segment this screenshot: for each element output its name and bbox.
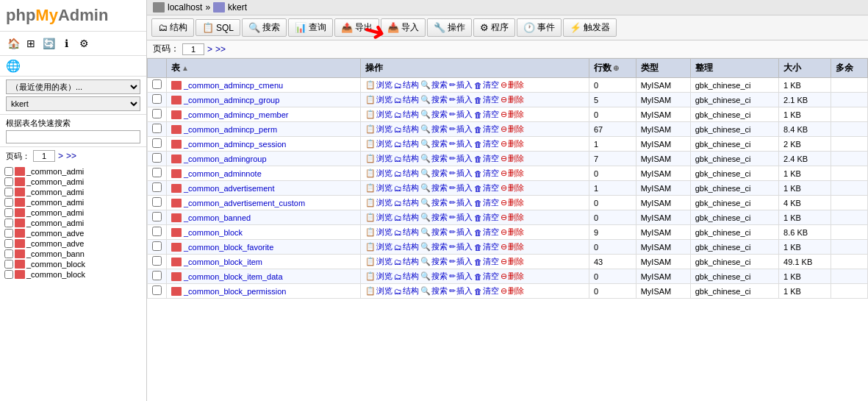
structure-link[interactable]: 🗂结构 <box>394 241 419 252</box>
structure-link[interactable]: 🗂结构 <box>394 153 419 164</box>
browse-link[interactable]: 📋浏览 <box>365 124 392 135</box>
insert-link[interactable]: ✏插入 <box>449 285 473 297</box>
row-checkbox[interactable] <box>152 94 162 104</box>
table-name-link[interactable]: _common_advertisement <box>184 184 275 193</box>
search-link[interactable]: 🔍搜索 <box>420 241 448 252</box>
sidebar-table-checkbox[interactable] <box>4 167 13 176</box>
delete-link[interactable]: ⊖删除 <box>501 153 524 164</box>
sidebar-page-input[interactable] <box>33 150 55 162</box>
structure-link[interactable]: 🗂结构 <box>394 138 419 149</box>
structure-link[interactable]: 🗂结构 <box>394 271 419 282</box>
search-link[interactable]: 🔍搜索 <box>420 153 448 164</box>
structure-link[interactable]: 🗂结构 <box>394 79 419 91</box>
toolbar-btn-query[interactable]: 📊查询 <box>288 18 333 37</box>
delete-link[interactable]: ⊖删除 <box>501 182 524 194</box>
browse-link[interactable]: 📋浏览 <box>365 109 392 120</box>
settings-icon[interactable]: ⚙ <box>76 36 91 51</box>
search-link[interactable]: 🔍搜索 <box>420 256 448 267</box>
toolbar-btn-routine[interactable]: ⚙程序 <box>473 18 515 37</box>
structure-link[interactable]: 🗂结构 <box>394 256 419 267</box>
empty-link[interactable]: 🗑清空 <box>474 109 499 120</box>
table-name-link[interactable]: _common_admincp_group <box>184 96 279 104</box>
structure-link[interactable]: 🗂结构 <box>394 168 419 179</box>
sidebar-table-checkbox[interactable] <box>4 249 13 258</box>
main-nav-next-next[interactable]: >> <box>215 44 226 54</box>
search-link[interactable]: 🔍搜索 <box>420 227 448 238</box>
table-name-link[interactable]: _common_block_item_data <box>184 272 283 281</box>
sidebar-table-item[interactable]: _common_admi <box>0 177 146 187</box>
empty-link[interactable]: 🗑清空 <box>474 271 499 282</box>
browse-link[interactable]: 📋浏览 <box>365 168 392 179</box>
sidebar-table-checkbox[interactable] <box>4 208 13 217</box>
insert-link[interactable]: ✏插入 <box>449 124 473 135</box>
col-name[interactable]: 表 ▲ <box>167 59 361 78</box>
browse-link[interactable]: 📋浏览 <box>365 227 392 238</box>
sidebar-table-item[interactable]: _common_admi <box>0 197 146 207</box>
table-name-link[interactable]: _common_block <box>184 228 243 237</box>
delete-link[interactable]: ⊖删除 <box>501 212 524 223</box>
sidebar-table-checkbox[interactable] <box>4 198 13 207</box>
toolbar-btn-export[interactable]: 📤导出 <box>334 18 379 37</box>
empty-link[interactable]: 🗑清空 <box>474 138 499 149</box>
toolbar-btn-import[interactable]: 📥导入 <box>381 18 426 37</box>
toolbar-btn-sql[interactable]: 📋SQL <box>196 19 240 36</box>
table-name-link[interactable]: _common_admingroup <box>184 155 267 163</box>
insert-link[interactable]: ✏插入 <box>449 79 473 91</box>
sidebar-table-item[interactable]: _common_adve <box>0 228 146 238</box>
search-link[interactable]: 🔍搜索 <box>420 182 448 194</box>
grid-icon[interactable]: ⊞ <box>24 36 38 51</box>
insert-link[interactable]: ✏插入 <box>449 138 473 149</box>
delete-link[interactable]: ⊖删除 <box>501 124 524 135</box>
browse-link[interactable]: 📋浏览 <box>365 212 392 223</box>
database-select[interactable]: kkert <box>6 96 140 111</box>
empty-link[interactable]: 🗑清空 <box>474 168 499 179</box>
empty-link[interactable]: 🗑清空 <box>474 153 499 164</box>
sidebar-table-item[interactable]: _common_block <box>0 259 146 269</box>
structure-link[interactable]: 🗂结构 <box>394 109 419 120</box>
empty-link[interactable]: 🗑清空 <box>474 241 499 252</box>
main-nav-next[interactable]: > <box>207 44 212 54</box>
delete-link[interactable]: ⊖删除 <box>501 271 524 282</box>
table-name-link[interactable]: _common_adminnote <box>184 169 262 178</box>
delete-link[interactable]: ⊖删除 <box>501 138 524 149</box>
empty-link[interactable]: 🗑清空 <box>474 94 499 105</box>
sidebar-table-checkbox[interactable] <box>4 260 13 269</box>
sidebar-table-item[interactable]: _common_admi <box>0 166 146 177</box>
sidebar-table-item[interactable]: _common_admi <box>0 218 146 228</box>
sidebar-table-checkbox[interactable] <box>4 219 13 227</box>
delete-link[interactable]: ⊖删除 <box>501 168 524 179</box>
delete-link[interactable]: ⊖删除 <box>501 197 524 208</box>
browse-link[interactable]: 📋浏览 <box>365 241 392 252</box>
row-checkbox[interactable] <box>152 168 162 177</box>
empty-link[interactable]: 🗑清空 <box>474 285 499 297</box>
search-link[interactable]: 🔍搜索 <box>420 197 448 208</box>
delete-link[interactable]: ⊖删除 <box>501 241 524 252</box>
table-search-input[interactable] <box>6 130 140 143</box>
delete-link[interactable]: ⊖删除 <box>501 285 524 297</box>
table-name-link[interactable]: _common_admincp_member <box>184 110 288 119</box>
sidebar-nav-next[interactable]: > <box>58 151 63 161</box>
search-link[interactable]: 🔍搜索 <box>420 168 448 179</box>
empty-link[interactable]: 🗑清空 <box>474 182 499 194</box>
row-checkbox[interactable] <box>152 138 162 148</box>
table-name-link[interactable]: _common_banned <box>184 213 251 222</box>
toolbar-btn-search[interactable]: 🔍搜索 <box>242 18 287 37</box>
insert-link[interactable]: ✏插入 <box>449 197 473 208</box>
search-link[interactable]: 🔍搜索 <box>420 212 448 223</box>
search-link[interactable]: 🔍搜索 <box>420 124 448 135</box>
empty-link[interactable]: 🗑清空 <box>474 79 499 91</box>
sidebar-table-checkbox[interactable] <box>4 229 13 238</box>
empty-link[interactable]: 🗑清空 <box>474 197 499 208</box>
row-checkbox[interactable] <box>152 182 162 192</box>
search-link[interactable]: 🔍搜索 <box>420 285 448 297</box>
insert-link[interactable]: ✏插入 <box>449 241 473 252</box>
sidebar-table-checkbox[interactable] <box>4 177 13 186</box>
main-page-input[interactable] <box>182 43 204 55</box>
sidebar-table-item[interactable]: _common_admi <box>0 187 146 197</box>
browse-link[interactable]: 📋浏览 <box>365 79 392 91</box>
browse-link[interactable]: 📋浏览 <box>365 197 392 208</box>
structure-link[interactable]: 🗂结构 <box>394 227 419 238</box>
sidebar-nav-next-next[interactable]: >> <box>66 151 76 161</box>
insert-link[interactable]: ✏插入 <box>449 227 473 238</box>
delete-link[interactable]: ⊖删除 <box>501 256 524 267</box>
